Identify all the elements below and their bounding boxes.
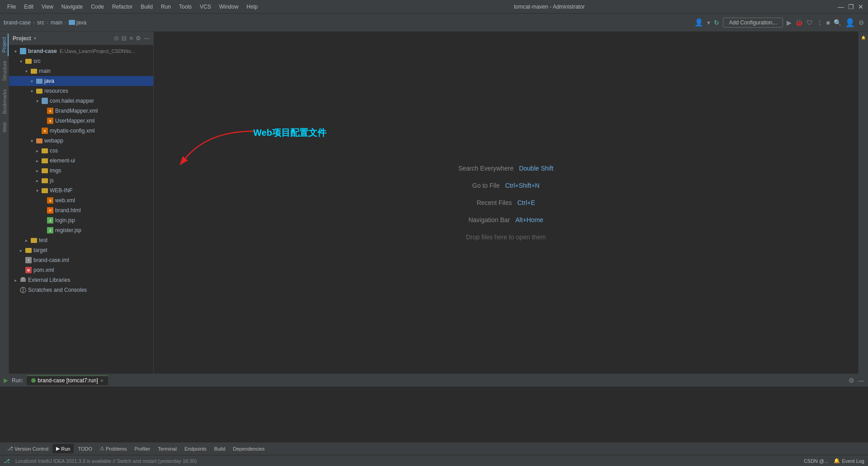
statusbar-right-items: CSDN @... 🔔 Event Log (804, 458, 864, 464)
menu-file[interactable]: File (4, 3, 19, 11)
dependencies-label: Dependencies (233, 446, 264, 452)
event-log-icon: 🔔 (834, 458, 840, 464)
tree-item-usermapper[interactable]: X UserMapper.xml (9, 116, 153, 126)
tree-item-element-ui[interactable]: element-ui (9, 156, 153, 166)
notifications-icon[interactable]: 🔔 (859, 33, 868, 42)
user-avatar[interactable]: 👤 (845, 18, 855, 28)
webinf-icon (41, 187, 48, 194)
bookmarks-panel-tab[interactable]: Bookmarks (0, 86, 9, 118)
bottom-tab-problems[interactable]: ⚠ Problems (96, 444, 130, 453)
menu-tools[interactable]: Tools (175, 3, 195, 11)
bottom-tab-profiler[interactable]: Profiler (131, 444, 154, 453)
webxml-icon: X (47, 197, 54, 204)
loginjsp-icon: J (47, 217, 54, 224)
tree-item-scratches[interactable]: Scratches and Consoles (9, 285, 153, 295)
tree-item-iml[interactable]: I brand-case.iml (9, 255, 153, 265)
extlibs-icon (19, 276, 27, 284)
tree-item-registerjsp[interactable]: J register.jsp (9, 225, 153, 235)
close-panel-icon[interactable]: — (144, 35, 150, 42)
minimize-button[interactable]: — (837, 3, 844, 10)
close-button[interactable]: ✕ (857, 3, 864, 10)
run-tab-close-icon[interactable]: ✕ (100, 378, 104, 383)
settings-gear-icon[interactable]: ⚙ (136, 35, 141, 42)
csdn-badge[interactable]: CSDN @... (804, 458, 829, 464)
menu-help[interactable]: Help (243, 3, 261, 11)
breadcrumb-main[interactable]: main (51, 19, 62, 26)
tree-item-java[interactable]: java (9, 76, 153, 86)
menu-vcs[interactable]: VCS (196, 3, 215, 11)
bottom-tab-endpoints[interactable]: Endpoints (181, 444, 210, 453)
tree-item-resources[interactable]: resources (9, 86, 153, 96)
stop-icon[interactable]: ■ (826, 19, 830, 26)
iml-icon: I (25, 257, 32, 264)
tree-item-mybatis[interactable]: X mybatis-config.xml (9, 126, 153, 136)
bottom-tab-build[interactable]: Build (211, 444, 229, 453)
search-everywhere-icon[interactable]: 🔍 (834, 19, 841, 26)
bottom-tab-run[interactable]: ▶ Run (52, 444, 74, 453)
statusbar-vcs-icon[interactable]: ⎇ (4, 458, 10, 464)
profile-icon[interactable]: 👤 (694, 18, 703, 27)
menu-edit[interactable]: Edit (20, 3, 37, 11)
collapse-all-icon[interactable]: ⊟ (122, 35, 127, 42)
tree-item-webapp[interactable]: webapp (9, 136, 153, 146)
bottom-tab-todo[interactable]: TODO (74, 444, 96, 453)
menu-navigate[interactable]: Navigate (58, 3, 86, 11)
run-icon[interactable]: ▶ (787, 19, 792, 26)
svg-rect-1 (21, 277, 25, 278)
menu-build[interactable]: Build (137, 3, 156, 11)
menu-refactor[interactable]: Refactor (108, 3, 136, 11)
breadcrumb-java[interactable]: java (76, 19, 86, 26)
tree-item-loginjsp[interactable]: J login.jsp (9, 215, 153, 225)
run-minimize-icon[interactable]: — (858, 377, 864, 384)
tree-item-brandhtml[interactable]: H brand.html (9, 205, 153, 215)
run-tab-active[interactable]: brand-case [tomcat7:run] ✕ (27, 376, 108, 385)
tree-item-imgs[interactable]: imgs (9, 166, 153, 176)
bottom-tab-version-control[interactable]: ⎇ Version Control (4, 444, 52, 453)
more-icon[interactable]: ⋮ (816, 19, 823, 26)
tree-item-brandmapper[interactable]: X BrandMapper.xml (9, 106, 153, 116)
menu-code[interactable]: Code (87, 3, 108, 11)
add-configuration-button[interactable]: Add Configuration... (723, 18, 783, 28)
brandhtml-label: brand.html (55, 207, 81, 214)
menu-window[interactable]: Window (216, 3, 242, 11)
tree-item-webxml[interactable]: X web.xml (9, 195, 153, 205)
breadcrumb-brand-case[interactable]: brand-case (4, 19, 31, 26)
dropdown-icon[interactable]: ▾ (707, 19, 710, 26)
sort-icon[interactable]: ≡ (129, 35, 133, 42)
tree-item-test[interactable]: test (9, 235, 153, 245)
sync-icon[interactable]: ↻ (714, 19, 719, 26)
breadcrumb-src[interactable]: src (37, 19, 44, 26)
project-tree: brand-case E:\Java_Learn\Project_CSDN\to… (9, 45, 153, 374)
usermapper-icon: X (47, 117, 54, 124)
run-settings-icon[interactable]: ⚙ (849, 377, 854, 384)
locate-icon[interactable]: ⊙ (114, 35, 119, 42)
menu-run[interactable]: Run (157, 3, 175, 11)
tree-item-src[interactable]: src (9, 56, 153, 66)
tree-item-target[interactable]: target (9, 245, 153, 255)
coverage-icon[interactable]: 🛡 (807, 19, 813, 26)
menu-view[interactable]: View (38, 3, 57, 11)
tree-item-js[interactable]: js (9, 176, 153, 185)
settings-icon[interactable]: ⚙ (859, 19, 864, 26)
debug-icon[interactable]: 🐞 (795, 19, 803, 26)
usermapper-label: UserMapper.xml (55, 118, 94, 124)
project-panel-tab[interactable]: Project (0, 33, 9, 56)
bottom-tab-terminal[interactable]: Terminal (154, 444, 180, 453)
bottom-tab-dependencies[interactable]: Dependencies (229, 444, 268, 453)
tree-item-main[interactable]: main (9, 66, 153, 76)
tree-item-brand-case[interactable]: brand-case E:\Java_Learn\Project_CSDN\to… (9, 46, 153, 56)
welcome-panel: Search Everywhere Double Shift Go to Fil… (154, 32, 858, 374)
brandmapper-icon: X (47, 107, 54, 114)
tree-item-extlibs[interactable]: External Libraries (9, 275, 153, 285)
titlebar-title: tomcat-maven - Administrator (514, 4, 585, 10)
tree-item-pomxml[interactable]: M pom.xml (9, 265, 153, 275)
arrow-brand-case (13, 48, 18, 54)
main-folder-icon (30, 67, 38, 75)
web-panel-tab[interactable]: Web (0, 119, 9, 136)
event-log-item[interactable]: 🔔 Event Log (834, 458, 864, 464)
tree-item-css[interactable]: css (9, 146, 153, 156)
tree-item-mapper-pkg[interactable]: com.hailei.mapper (9, 96, 153, 106)
structure-panel-tab[interactable]: Structure (0, 57, 9, 85)
tree-item-webinf[interactable]: WEB-INF (9, 185, 153, 195)
restore-button[interactable]: ❐ (847, 3, 854, 10)
